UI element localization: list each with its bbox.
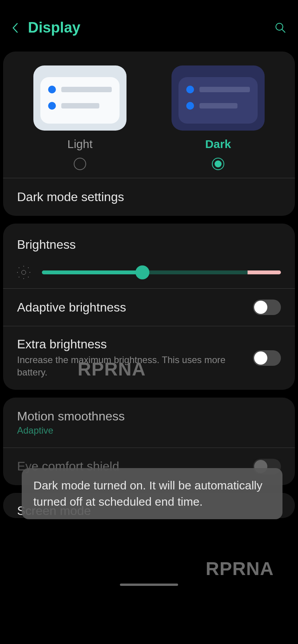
app-header: Display [0,0,298,48]
extra-brightness-item[interactable]: Extra brightness Increase the maximum br… [3,326,295,390]
adaptive-brightness-item[interactable]: Adaptive brightness [3,289,295,326]
brightness-title: Brightness [17,238,281,252]
sun-icon [17,266,30,279]
page-title: Display [28,19,80,36]
toast-message: Dark mode turned on. It will be automati… [33,479,262,508]
extra-brightness-label: Extra brightness [17,337,253,351]
back-icon[interactable] [12,22,19,34]
dark-label: Dark [205,138,231,151]
brightness-card: Brightness Adaptive brightness [3,224,295,390]
dark-preview-icon [172,65,265,131]
motion-smoothness-item[interactable]: Motion smoothness Adaptive [3,398,295,448]
search-icon[interactable] [275,22,286,34]
light-label: Light [67,138,92,151]
slider-thumb[interactable] [135,265,149,279]
watermark: RPRNA [206,558,274,579]
toast-notification: Dark mode turned on. It will be automati… [22,468,282,519]
light-preview-icon [33,65,126,131]
svg-line-1 [282,29,285,33]
header-left: Display [12,19,80,36]
extra-brightness-toggle[interactable] [253,350,281,366]
theme-card: Light Dark Dark mode settings [3,52,295,216]
brightness-slider[interactable] [42,270,281,274]
adaptive-brightness-label: Adaptive brightness [17,300,253,315]
theme-selector: Light Dark [3,52,295,178]
dark-mode-settings-item[interactable]: Dark mode settings [3,178,295,216]
adaptive-brightness-toggle[interactable] [253,300,281,315]
dark-mode-settings-label: Dark mode settings [17,190,281,204]
home-indicator[interactable] [120,584,178,586]
motion-smoothness-value: Adaptive [17,425,281,436]
motion-smoothness-label: Motion smoothness [17,409,281,424]
light-radio[interactable] [74,158,86,170]
dark-radio[interactable] [212,158,224,170]
theme-option-light[interactable]: Light [33,65,126,170]
extra-brightness-subtitle: Increase the maximum brightness. This us… [17,354,253,379]
brightness-slider-row [17,266,281,279]
theme-option-dark[interactable]: Dark [172,65,265,170]
brightness-section: Brightness [3,224,295,288]
svg-point-0 [276,23,283,30]
